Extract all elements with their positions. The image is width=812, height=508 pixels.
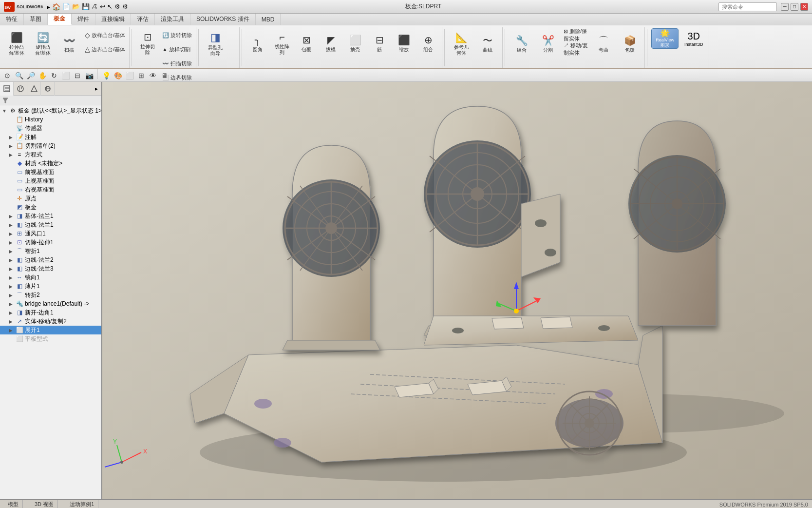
search-input[interactable] [722, 4, 774, 10]
tree-bend2[interactable]: ▶ ⌒ 转折2 [0, 291, 101, 299]
panel-tab-more[interactable]: ▸ [92, 82, 101, 95]
btn-revolve-boss[interactable]: 🔄 旋转凸台/基体 [30, 28, 56, 59]
btn-ref-geometry[interactable]: 📐 参考几何体 [449, 28, 474, 59]
btn-assembly[interactable]: 🔧 组合 [509, 28, 534, 59]
expand-mirror1[interactable]: ▶ [9, 275, 16, 280]
btn-intersect[interactable]: ⊠ 删除/保留实体 [562, 28, 590, 42]
expand-base-flange1[interactable]: ▶ [9, 214, 16, 219]
btn-ribs[interactable]: ⊟ 筋 [368, 28, 391, 59]
tab-sheetmetal[interactable]: 板金 [48, 14, 72, 25]
tab-direct-edit[interactable]: 直接编辑 [95, 14, 131, 25]
tree-mirror1[interactable]: ▶ ↔ 镜向1 [0, 273, 101, 282]
expand-bend1[interactable]: ▶ [9, 249, 16, 254]
select-icon[interactable]: ↖ [107, 3, 113, 10]
btn-combine[interactable]: ⊕ 组合 [416, 28, 440, 59]
home-icon[interactable]: 🏠 [52, 3, 60, 11]
btn-revolve-cut[interactable]: 🔃 旋转切除 [160, 28, 194, 42]
expand-edge-flange1[interactable]: ▶ [9, 222, 16, 228]
btn-wrap[interactable]: ⊠ 包覆 [295, 28, 318, 59]
tree-cut-extrude1[interactable]: ▶ ⊡ 切除-拉伸1 [0, 238, 101, 247]
btn-lights[interactable]: 💡 [101, 70, 112, 81]
btn-zoom-to-fit[interactable]: 🔍 [14, 70, 24, 81]
btn-chamfer[interactable]: ⌐ 线性阵列 [270, 28, 294, 59]
btn-appearance[interactable]: 🎨 [113, 70, 123, 81]
expand-flatten1[interactable]: ▶ [9, 328, 16, 333]
tab-plugins[interactable]: SOLIDWORKS 插件 [190, 14, 256, 25]
btn-loft-cut[interactable]: ▲ 放样切割 [160, 42, 194, 56]
expand-bend2[interactable]: ▶ [9, 293, 16, 298]
tree-edge-flange2[interactable]: ▶ ◧ 边线-法兰2 [0, 255, 101, 264]
maximize-button[interactable]: □ [791, 3, 798, 11]
tree-origin[interactable]: ✛ 原点 [0, 194, 101, 203]
menu-arrow[interactable]: ▸ [47, 3, 50, 11]
btn-move-copy[interactable]: ↗ 移动/复制实体 [562, 42, 590, 56]
tree-material[interactable]: ◆ 材质 <未指定> [0, 159, 101, 168]
tree-edge-flange3[interactable]: ▶ ◧ 边线-法兰3 [0, 264, 101, 273]
tree-move-copy2[interactable]: ▶ ↗ 实体-移动/复制2 [0, 317, 101, 326]
btn-section-view[interactable]: ⊟ [72, 70, 83, 81]
tab-feature-manager[interactable] [0, 82, 14, 96]
tree-top-plane[interactable]: ▭ 上视基准面 [0, 176, 101, 185]
btn-extrude-cut[interactable]: ⊡ 拉伸切除 [136, 28, 159, 59]
options-icon[interactable]: ⚙ [122, 3, 128, 10]
tab-display-manager[interactable] [41, 82, 55, 96]
btn-sweep-boss[interactable]: 〰️ 扫描 [57, 28, 82, 59]
btn-wrap2[interactable]: 📦 包覆 [617, 28, 642, 59]
tab-property-manager[interactable]: P [14, 82, 27, 96]
undo-icon[interactable]: ↩ [100, 3, 105, 10]
btn-sweep-cut[interactable]: 〰️ 扫描切除 [160, 57, 194, 70]
expand-cutlist[interactable]: ▶ [9, 143, 16, 149]
tree-edge-flange1[interactable]: ▶ ◧ 边线-法兰1 [0, 220, 101, 229]
btn-scene[interactable]: ⬜ [124, 70, 135, 81]
btn-bend[interactable]: ⌒ 弯曲 [591, 28, 616, 59]
print-icon[interactable]: 🖨 [92, 3, 98, 10]
btn-display-mgr[interactable]: 🖥 [159, 70, 170, 81]
btn-view-setting[interactable]: ⊞ [136, 70, 147, 81]
tab-weldments[interactable]: 焊件 [72, 14, 95, 25]
btn-boundary-boss[interactable]: △ 边界凸台/基体 [83, 42, 127, 56]
close-button[interactable]: ✕ [800, 3, 808, 11]
tree-new-corner1[interactable]: ▶ ◨ 新开-边角1 [0, 308, 101, 317]
tree-hem1[interactable]: ▶ ◧ 薄片1 [0, 282, 101, 291]
tab-render[interactable]: 渲染工具 [155, 14, 190, 25]
expand-edge-flange3[interactable]: ▶ [9, 266, 16, 272]
btn-shell[interactable]: ⬜ 抽壳 [343, 28, 367, 59]
tree-front-plane[interactable]: ▭ 前视基准面 [0, 168, 101, 176]
tree-flatten1[interactable]: ▶ ⬜ 展开1 [0, 326, 101, 334]
search-box[interactable] [718, 2, 777, 11]
tree-base-flange1[interactable]: ▶ ◨ 基体-法兰1 [0, 212, 101, 220]
btn-rotate[interactable]: ↻ [49, 70, 59, 81]
tree-root[interactable]: ▼ ⚙ 板金 (默认<<默认>_显示状态 1>) [0, 106, 101, 115]
btn-loft-boss[interactable]: ◇ 放样凸台/基体 [83, 28, 127, 42]
tab-evaluate[interactable]: 评估 [131, 14, 155, 25]
save-icon[interactable]: 💾 [82, 3, 90, 10]
expand-annotations[interactable]: ▶ [9, 135, 16, 140]
expand-cut-extrude1[interactable]: ▶ [9, 240, 16, 245]
tree-history[interactable]: 📋 History [0, 115, 101, 124]
tree-flat-pattern1[interactable]: ⬜ 平板型式 [0, 334, 101, 343]
tab-features[interactable]: 特征 [0, 14, 24, 25]
btn-view-orientation[interactable]: ⊙ [2, 70, 13, 81]
btn-zoom-in[interactable]: 🔎 [25, 70, 36, 81]
btn-draft[interactable]: ◤ 拔模 [319, 28, 342, 59]
btn-extrude-boss[interactable]: ⬛ 拉伸凸台/基体 [4, 28, 29, 59]
expand-new-corner1[interactable]: ▶ [9, 310, 16, 315]
tree-right-plane[interactable]: ▭ 右视基准面 [0, 185, 101, 194]
btn-standard-views[interactable]: ⬜ [60, 70, 71, 81]
tab-3d-view[interactable]: 3D 视图 [31, 500, 58, 508]
expand-equations[interactable]: ▶ [9, 152, 16, 157]
viewport[interactable]: X Y Z [102, 82, 812, 499]
minimize-button[interactable]: ─ [781, 3, 789, 11]
btn-realview[interactable]: 🌟 RealView图形 [651, 28, 679, 49]
btn-instant3d[interactable]: 3D Instant3D [680, 28, 707, 49]
btn-base-flange[interactable]: ◨ 异型孔向导 [203, 28, 228, 59]
rebuild-icon[interactable]: ⚙ [114, 3, 120, 10]
expand-hem1[interactable]: ▶ [9, 284, 16, 289]
btn-scale[interactable]: ⬛ 缩放 [392, 28, 415, 59]
tab-config-manager[interactable] [27, 82, 41, 96]
btn-split[interactable]: ✂️ 分割 [535, 28, 561, 59]
tab-model[interactable]: 模型 [4, 500, 23, 508]
open-icon[interactable]: 📂 [72, 3, 80, 10]
new-icon[interactable]: 📄 [62, 3, 70, 10]
expand-root[interactable]: ▼ [2, 108, 9, 114]
